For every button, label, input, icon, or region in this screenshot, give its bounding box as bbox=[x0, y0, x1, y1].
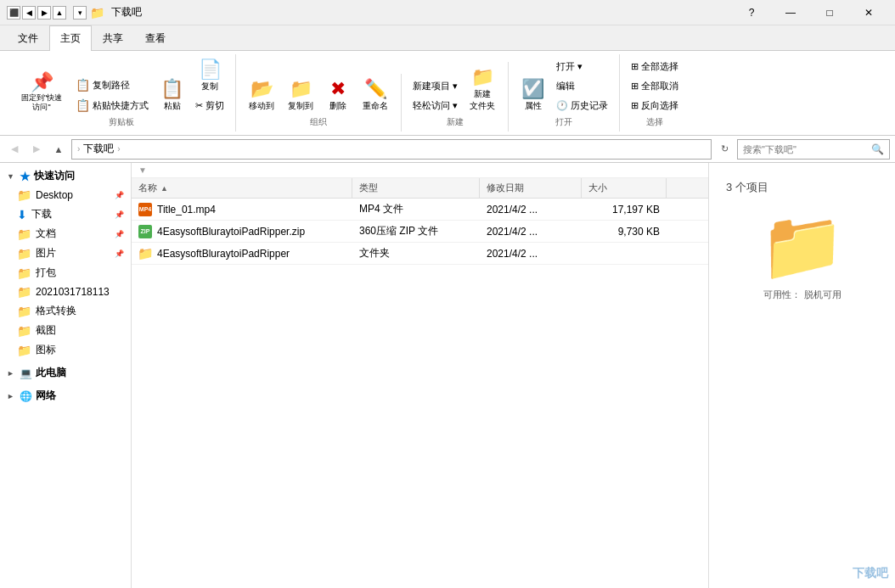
up-button[interactable]: ▲ bbox=[49, 140, 68, 159]
quick-access-icon: ★ bbox=[20, 170, 31, 183]
organize-items: 📂 移动到 📁 复制到 ✖ 删除 ✏️ 重命名 bbox=[243, 77, 394, 115]
watermark-text: 下载吧 bbox=[853, 566, 888, 580]
sort-dropdown-icon[interactable]: ▼ bbox=[138, 165, 147, 175]
easy-access-button[interactable]: 轻松访问 ▾ bbox=[408, 97, 462, 115]
sidebar-item-2021[interactable]: 📁 2021031718113 bbox=[0, 283, 131, 301]
up-icon-title[interactable]: ▲ bbox=[53, 6, 66, 20]
move-icon: 📂 bbox=[250, 80, 273, 98]
history-button[interactable]: 🕐 历史记录 bbox=[552, 97, 612, 115]
folder-icon-2: 📁 bbox=[138, 247, 152, 260]
copy-button[interactable]: 📄 复制 bbox=[191, 58, 228, 95]
properties-label: 属性 bbox=[525, 100, 542, 112]
title-bar: ⬛ ◀ ▶ ▲ ▾ 📁 下载吧 ? — □ ✕ bbox=[0, 0, 895, 25]
invert-label: 反向选择 bbox=[641, 99, 678, 112]
download-pin-icon: 📌 bbox=[115, 210, 124, 219]
download-folder-icon: ⬇ bbox=[17, 208, 27, 221]
tab-home[interactable]: 主页 bbox=[49, 25, 92, 51]
col-header-size[interactable]: 大小 bbox=[582, 178, 667, 198]
close-button[interactable]: ✕ bbox=[849, 0, 888, 25]
documents-label: 文档 bbox=[36, 227, 56, 241]
sidebar-item-desktop[interactable]: 📁 Desktop 📌 bbox=[0, 186, 131, 204]
col-header-date[interactable]: 修改日期 bbox=[480, 178, 582, 198]
pack-label: 打包 bbox=[36, 266, 56, 280]
sort-arrow-icon: ▲ bbox=[160, 184, 168, 193]
sidebar-item-format[interactable]: 📁 格式转换 bbox=[0, 301, 131, 321]
screenshot-label: 截图 bbox=[36, 323, 56, 338]
new-col: 新建项目 ▾ 轻松访问 ▾ bbox=[408, 77, 462, 115]
new-items: 新建项目 ▾ 轻松访问 ▾ 📁 新建 文件夹 bbox=[408, 65, 501, 115]
select-none-button[interactable]: ⊞ 全部取消 bbox=[627, 77, 683, 95]
watermark: 下载吧 bbox=[853, 566, 888, 581]
sidebar-item-icons[interactable]: 📁 图标 bbox=[0, 340, 131, 360]
sidebar-item-pack[interactable]: 📁 打包 bbox=[0, 263, 131, 283]
copy-to-button[interactable]: 📁 复制到 bbox=[282, 77, 319, 115]
edit-button[interactable]: 编辑 bbox=[552, 77, 612, 95]
pin-to-quick-access-button[interactable]: 📌 固定到"快速访问" bbox=[14, 70, 70, 115]
this-pc-header[interactable]: ► 💻 此电脑 bbox=[0, 363, 131, 383]
select-all-button[interactable]: ⊞ 全部选择 bbox=[627, 58, 683, 76]
forward-icon-title[interactable]: ▶ bbox=[37, 6, 51, 20]
file-list-header: 名称 ▲ 类型 修改日期 大小 bbox=[132, 178, 708, 199]
copy-path-button[interactable]: 📋 复制路径 bbox=[71, 76, 153, 94]
2021-folder-icon: 📁 bbox=[17, 285, 31, 299]
search-input[interactable] bbox=[743, 144, 871, 154]
refresh-button[interactable]: ↻ bbox=[715, 140, 734, 159]
file-row-2[interactable]: 📁 4EasysoftBluraytoiPadRipper 文件夹 2021/4… bbox=[132, 243, 708, 265]
file-row-0[interactable]: MP4 Title_01.mp4 MP4 文件 2021/4/2 ... 17,… bbox=[132, 199, 708, 221]
address-path[interactable]: › 下载吧 › bbox=[71, 139, 712, 160]
new-folder-button[interactable]: 📁 新建 文件夹 bbox=[464, 65, 501, 115]
2021-label: 2021031718113 bbox=[36, 286, 110, 298]
path-separator-1: › bbox=[77, 144, 80, 154]
sidebar-item-pictures[interactable]: 📁 图片 📌 bbox=[0, 244, 131, 263]
select-items: ⊞ 全部选择 ⊞ 全部取消 ⊞ 反向选择 bbox=[627, 58, 683, 115]
sidebar-item-documents[interactable]: 📁 文档 📌 bbox=[0, 224, 131, 244]
ribbon-group-new: 新建项目 ▾ 轻松访问 ▾ 📁 新建 文件夹 新建 bbox=[402, 62, 509, 132]
maximize-button[interactable]: □ bbox=[810, 0, 849, 25]
col-header-type[interactable]: 类型 bbox=[352, 178, 480, 198]
zip-icon-1: ZIP bbox=[138, 225, 152, 238]
copy-to-icon: 📁 bbox=[290, 80, 312, 98]
col-header-name[interactable]: 名称 ▲ bbox=[132, 178, 352, 198]
quick-access-header[interactable]: ▼ ★ 快速访问 bbox=[0, 166, 131, 186]
file-row-1[interactable]: ZIP 4EasysoftBluraytoiPadRipper.zip 360压… bbox=[132, 221, 708, 243]
format-folder-icon: 📁 bbox=[17, 305, 31, 318]
file-list: ▼ 名称 ▲ 类型 修改日期 大小 MP4 Title_01.mp4 MP bbox=[132, 163, 708, 588]
copy-to-label: 复制到 bbox=[288, 100, 313, 112]
paste-button[interactable]: 📋 粘贴 bbox=[155, 77, 189, 115]
copy-path-label: 复制路径 bbox=[93, 79, 130, 92]
tab-view[interactable]: 查看 bbox=[134, 25, 177, 51]
move-to-button[interactable]: 📂 移动到 bbox=[243, 77, 280, 115]
help-button[interactable]: ? bbox=[732, 0, 771, 25]
copy-path-icon: 📋 bbox=[76, 78, 90, 92]
network-header[interactable]: ► 🌐 网络 bbox=[0, 386, 131, 406]
sidebar-item-download[interactable]: ⬇ 下载 📌 bbox=[0, 204, 131, 224]
search-icon[interactable]: 🔍 bbox=[871, 143, 884, 155]
tab-share[interactable]: 共享 bbox=[92, 25, 134, 51]
delete-button[interactable]: ✖ 删除 bbox=[321, 77, 355, 115]
path-segment-downloads[interactable]: 下载吧 bbox=[83, 142, 114, 156]
minimize-button[interactable]: — bbox=[771, 0, 810, 25]
copy-label: 复制 bbox=[201, 81, 218, 92]
properties-icon: ☑️ bbox=[521, 80, 544, 98]
dropdown-icon-title[interactable]: ▾ bbox=[73, 6, 87, 20]
availability-label: 可用性： bbox=[763, 288, 801, 301]
file-type-1: 360压缩 ZIP 文件 bbox=[352, 221, 480, 242]
properties-button[interactable]: ☑️ 属性 bbox=[515, 77, 550, 115]
title-bar-left: ⬛ ◀ ▶ ▲ ▾ 📁 下载吧 bbox=[7, 5, 142, 20]
mp4-icon-0: MP4 bbox=[138, 203, 152, 216]
quick-access-icon[interactable]: ⬛ bbox=[7, 6, 20, 20]
sidebar: ▼ ★ 快速访问 📁 Desktop 📌 ⬇ 下载 📌 📁 文档 📌 📁 图片 … bbox=[0, 163, 132, 588]
open-button[interactable]: 打开 ▾ bbox=[552, 58, 612, 76]
forward-button[interactable]: ▶ bbox=[27, 140, 46, 159]
back-icon-title[interactable]: ◀ bbox=[22, 6, 36, 20]
new-item-button[interactable]: 新建项目 ▾ bbox=[408, 77, 462, 95]
rename-button[interactable]: ✏️ 重命名 bbox=[357, 77, 394, 115]
paste-shortcut-button[interactable]: 📋 粘贴快捷方式 bbox=[71, 96, 153, 115]
paste-shortcut-icon: 📋 bbox=[76, 98, 90, 112]
tab-file[interactable]: 文件 bbox=[7, 25, 49, 51]
sidebar-item-screenshot[interactable]: 📁 截图 bbox=[0, 321, 131, 340]
back-button[interactable]: ◀ bbox=[5, 140, 24, 159]
invert-selection-button[interactable]: ⊞ 反向选择 bbox=[627, 97, 683, 115]
network-label: 网络 bbox=[36, 389, 56, 403]
cut-button[interactable]: ✂ 剪切 bbox=[191, 97, 228, 115]
